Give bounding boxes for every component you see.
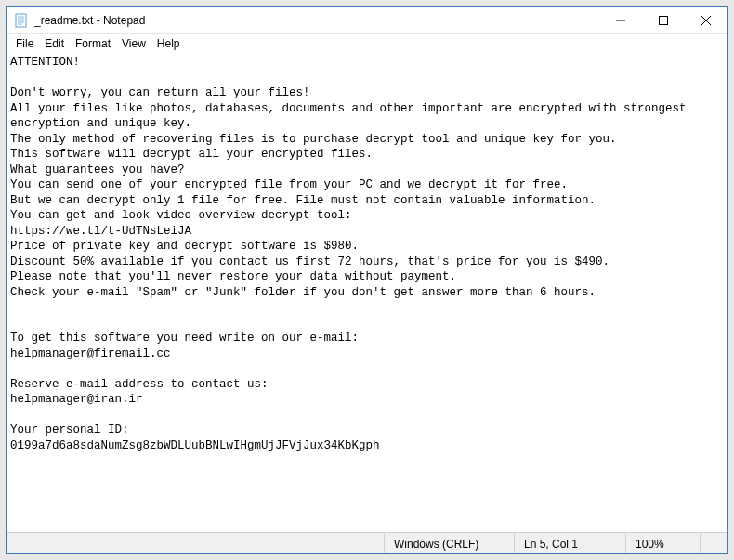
status-blank: [700, 533, 727, 553]
minimize-button[interactable]: [599, 7, 642, 33]
menubar: File Edit Format View Help: [7, 34, 727, 53]
notepad-window: _readme.txt - Notepad File Edit Format V…: [6, 6, 728, 554]
titlebar: _readme.txt - Notepad: [7, 7, 727, 34]
svg-rect-7: [660, 16, 668, 24]
notepad-icon: [14, 13, 29, 28]
status-cursor-position: Ln 5, Col 1: [514, 533, 625, 553]
menu-view[interactable]: View: [116, 36, 151, 51]
window-title: _readme.txt - Notepad: [34, 14, 145, 27]
menu-edit[interactable]: Edit: [39, 36, 70, 51]
window-controls: [599, 7, 727, 33]
text-area[interactable]: ATTENTION! Don't worry, you can return a…: [7, 53, 727, 532]
statusbar: Windows (CRLF) Ln 5, Col 1 100%: [7, 532, 727, 553]
close-button[interactable]: [685, 7, 727, 33]
menu-file[interactable]: File: [10, 36, 39, 51]
status-zoom: 100%: [625, 533, 700, 553]
menu-help[interactable]: Help: [151, 36, 186, 51]
maximize-button[interactable]: [642, 7, 685, 33]
menu-format[interactable]: Format: [70, 36, 116, 51]
status-encoding: Windows (CRLF): [384, 533, 514, 553]
